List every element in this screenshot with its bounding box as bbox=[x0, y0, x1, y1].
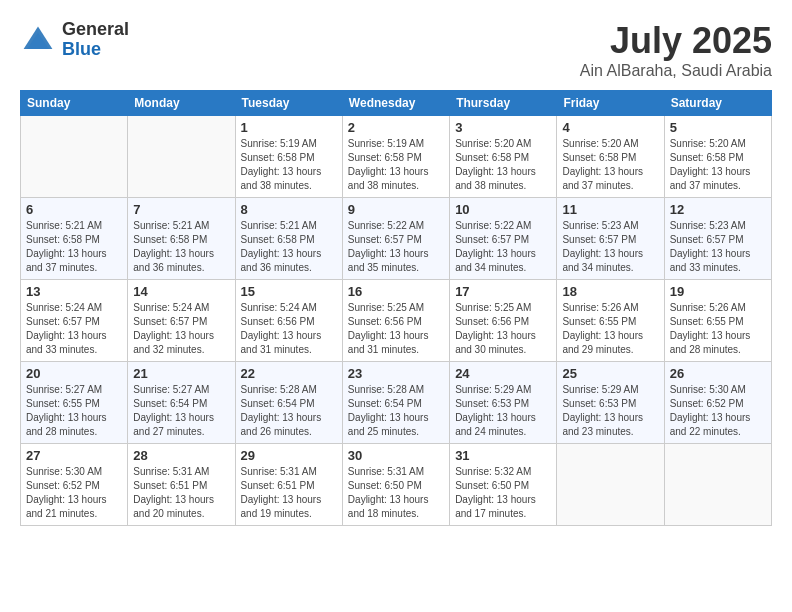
logo-text: General Blue bbox=[62, 20, 129, 60]
day-number: 4 bbox=[562, 120, 658, 135]
weekday-header-row: SundayMondayTuesdayWednesdayThursdayFrid… bbox=[21, 91, 772, 116]
calendar-cell: 10Sunrise: 5:22 AMSunset: 6:57 PMDayligh… bbox=[450, 198, 557, 280]
month-title: July 2025 bbox=[580, 20, 772, 62]
day-number: 9 bbox=[348, 202, 444, 217]
calendar-cell bbox=[21, 116, 128, 198]
calendar-cell: 18Sunrise: 5:26 AMSunset: 6:55 PMDayligh… bbox=[557, 280, 664, 362]
calendar-cell: 30Sunrise: 5:31 AMSunset: 6:50 PMDayligh… bbox=[342, 444, 449, 526]
day-info: Sunrise: 5:32 AMSunset: 6:50 PMDaylight:… bbox=[455, 465, 551, 521]
day-number: 24 bbox=[455, 366, 551, 381]
day-number: 10 bbox=[455, 202, 551, 217]
day-info: Sunrise: 5:24 AMSunset: 6:57 PMDaylight:… bbox=[26, 301, 122, 357]
day-number: 7 bbox=[133, 202, 229, 217]
calendar-cell: 16Sunrise: 5:25 AMSunset: 6:56 PMDayligh… bbox=[342, 280, 449, 362]
day-number: 21 bbox=[133, 366, 229, 381]
calendar-week-row: 6Sunrise: 5:21 AMSunset: 6:58 PMDaylight… bbox=[21, 198, 772, 280]
weekday-header: Saturday bbox=[664, 91, 771, 116]
calendar-cell: 14Sunrise: 5:24 AMSunset: 6:57 PMDayligh… bbox=[128, 280, 235, 362]
day-info: Sunrise: 5:26 AMSunset: 6:55 PMDaylight:… bbox=[670, 301, 766, 357]
day-number: 14 bbox=[133, 284, 229, 299]
day-info: Sunrise: 5:19 AMSunset: 6:58 PMDaylight:… bbox=[241, 137, 337, 193]
weekday-header: Wednesday bbox=[342, 91, 449, 116]
calendar-cell: 28Sunrise: 5:31 AMSunset: 6:51 PMDayligh… bbox=[128, 444, 235, 526]
calendar-cell bbox=[128, 116, 235, 198]
day-info: Sunrise: 5:28 AMSunset: 6:54 PMDaylight:… bbox=[241, 383, 337, 439]
calendar-cell: 7Sunrise: 5:21 AMSunset: 6:58 PMDaylight… bbox=[128, 198, 235, 280]
day-info: Sunrise: 5:27 AMSunset: 6:54 PMDaylight:… bbox=[133, 383, 229, 439]
day-number: 6 bbox=[26, 202, 122, 217]
day-info: Sunrise: 5:27 AMSunset: 6:55 PMDaylight:… bbox=[26, 383, 122, 439]
day-number: 22 bbox=[241, 366, 337, 381]
day-number: 12 bbox=[670, 202, 766, 217]
day-info: Sunrise: 5:31 AMSunset: 6:51 PMDaylight:… bbox=[133, 465, 229, 521]
calendar-cell: 8Sunrise: 5:21 AMSunset: 6:58 PMDaylight… bbox=[235, 198, 342, 280]
day-info: Sunrise: 5:19 AMSunset: 6:58 PMDaylight:… bbox=[348, 137, 444, 193]
day-info: Sunrise: 5:26 AMSunset: 6:55 PMDaylight:… bbox=[562, 301, 658, 357]
calendar-week-row: 13Sunrise: 5:24 AMSunset: 6:57 PMDayligh… bbox=[21, 280, 772, 362]
day-number: 28 bbox=[133, 448, 229, 463]
day-info: Sunrise: 5:25 AMSunset: 6:56 PMDaylight:… bbox=[455, 301, 551, 357]
calendar-cell: 6Sunrise: 5:21 AMSunset: 6:58 PMDaylight… bbox=[21, 198, 128, 280]
day-info: Sunrise: 5:31 AMSunset: 6:50 PMDaylight:… bbox=[348, 465, 444, 521]
day-number: 11 bbox=[562, 202, 658, 217]
day-info: Sunrise: 5:20 AMSunset: 6:58 PMDaylight:… bbox=[562, 137, 658, 193]
calendar-cell: 24Sunrise: 5:29 AMSunset: 6:53 PMDayligh… bbox=[450, 362, 557, 444]
day-number: 23 bbox=[348, 366, 444, 381]
calendar-cell: 5Sunrise: 5:20 AMSunset: 6:58 PMDaylight… bbox=[664, 116, 771, 198]
day-number: 1 bbox=[241, 120, 337, 135]
calendar-cell: 22Sunrise: 5:28 AMSunset: 6:54 PMDayligh… bbox=[235, 362, 342, 444]
day-info: Sunrise: 5:24 AMSunset: 6:56 PMDaylight:… bbox=[241, 301, 337, 357]
calendar-cell: 2Sunrise: 5:19 AMSunset: 6:58 PMDaylight… bbox=[342, 116, 449, 198]
day-number: 5 bbox=[670, 120, 766, 135]
day-number: 8 bbox=[241, 202, 337, 217]
day-info: Sunrise: 5:30 AMSunset: 6:52 PMDaylight:… bbox=[26, 465, 122, 521]
calendar-cell: 4Sunrise: 5:20 AMSunset: 6:58 PMDaylight… bbox=[557, 116, 664, 198]
calendar-cell: 27Sunrise: 5:30 AMSunset: 6:52 PMDayligh… bbox=[21, 444, 128, 526]
page-header: General Blue July 2025 Ain AlBaraha, Sau… bbox=[20, 20, 772, 80]
day-number: 18 bbox=[562, 284, 658, 299]
day-number: 27 bbox=[26, 448, 122, 463]
title-block: July 2025 Ain AlBaraha, Saudi Arabia bbox=[580, 20, 772, 80]
weekday-header: Monday bbox=[128, 91, 235, 116]
day-info: Sunrise: 5:28 AMSunset: 6:54 PMDaylight:… bbox=[348, 383, 444, 439]
location-title: Ain AlBaraha, Saudi Arabia bbox=[580, 62, 772, 80]
calendar-cell: 15Sunrise: 5:24 AMSunset: 6:56 PMDayligh… bbox=[235, 280, 342, 362]
calendar-cell bbox=[664, 444, 771, 526]
day-info: Sunrise: 5:23 AMSunset: 6:57 PMDaylight:… bbox=[670, 219, 766, 275]
logo-blue: Blue bbox=[62, 40, 129, 60]
weekday-header: Tuesday bbox=[235, 91, 342, 116]
day-info: Sunrise: 5:23 AMSunset: 6:57 PMDaylight:… bbox=[562, 219, 658, 275]
day-number: 17 bbox=[455, 284, 551, 299]
day-info: Sunrise: 5:21 AMSunset: 6:58 PMDaylight:… bbox=[133, 219, 229, 275]
calendar-table: SundayMondayTuesdayWednesdayThursdayFrid… bbox=[20, 90, 772, 526]
calendar-week-row: 27Sunrise: 5:30 AMSunset: 6:52 PMDayligh… bbox=[21, 444, 772, 526]
day-number: 3 bbox=[455, 120, 551, 135]
day-info: Sunrise: 5:21 AMSunset: 6:58 PMDaylight:… bbox=[26, 219, 122, 275]
calendar-week-row: 20Sunrise: 5:27 AMSunset: 6:55 PMDayligh… bbox=[21, 362, 772, 444]
logo-icon bbox=[20, 22, 56, 58]
calendar-cell: 29Sunrise: 5:31 AMSunset: 6:51 PMDayligh… bbox=[235, 444, 342, 526]
day-info: Sunrise: 5:22 AMSunset: 6:57 PMDaylight:… bbox=[455, 219, 551, 275]
day-info: Sunrise: 5:29 AMSunset: 6:53 PMDaylight:… bbox=[455, 383, 551, 439]
calendar-cell: 25Sunrise: 5:29 AMSunset: 6:53 PMDayligh… bbox=[557, 362, 664, 444]
weekday-header: Thursday bbox=[450, 91, 557, 116]
calendar-cell bbox=[557, 444, 664, 526]
calendar-cell: 19Sunrise: 5:26 AMSunset: 6:55 PMDayligh… bbox=[664, 280, 771, 362]
day-info: Sunrise: 5:22 AMSunset: 6:57 PMDaylight:… bbox=[348, 219, 444, 275]
calendar-cell: 23Sunrise: 5:28 AMSunset: 6:54 PMDayligh… bbox=[342, 362, 449, 444]
day-number: 30 bbox=[348, 448, 444, 463]
day-number: 20 bbox=[26, 366, 122, 381]
calendar-cell: 26Sunrise: 5:30 AMSunset: 6:52 PMDayligh… bbox=[664, 362, 771, 444]
day-number: 19 bbox=[670, 284, 766, 299]
calendar-week-row: 1Sunrise: 5:19 AMSunset: 6:58 PMDaylight… bbox=[21, 116, 772, 198]
calendar-cell: 9Sunrise: 5:22 AMSunset: 6:57 PMDaylight… bbox=[342, 198, 449, 280]
calendar-cell: 13Sunrise: 5:24 AMSunset: 6:57 PMDayligh… bbox=[21, 280, 128, 362]
day-number: 16 bbox=[348, 284, 444, 299]
calendar-cell: 3Sunrise: 5:20 AMSunset: 6:58 PMDaylight… bbox=[450, 116, 557, 198]
calendar-cell: 11Sunrise: 5:23 AMSunset: 6:57 PMDayligh… bbox=[557, 198, 664, 280]
day-number: 15 bbox=[241, 284, 337, 299]
weekday-header: Sunday bbox=[21, 91, 128, 116]
day-info: Sunrise: 5:21 AMSunset: 6:58 PMDaylight:… bbox=[241, 219, 337, 275]
day-info: Sunrise: 5:29 AMSunset: 6:53 PMDaylight:… bbox=[562, 383, 658, 439]
day-number: 26 bbox=[670, 366, 766, 381]
